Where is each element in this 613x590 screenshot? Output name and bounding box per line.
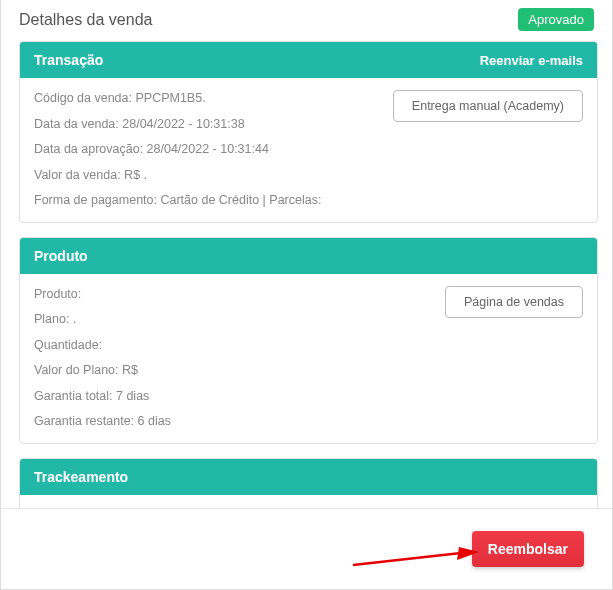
resend-emails-link[interactable]: Reenviar e-mails [480, 53, 583, 68]
modal-header: Detalhes da venda Aprovado [1, 0, 612, 41]
product-card-body: Página de vendas Produto: Plano: . Quant… [20, 274, 597, 443]
transaction-header-label: Transação [34, 52, 103, 68]
approval-date-row: Data da aprovação: 28/04/2022 - 10:31:44 [34, 141, 583, 159]
product-card: Produto Página de vendas Produto: Plano:… [19, 237, 598, 444]
total-warranty-row: Garantia total: 7 dias [34, 388, 583, 406]
transaction-card-body: Entrega manual (Academy) Código da venda… [20, 78, 597, 222]
remaining-warranty-row: Garantia restante: 6 dias [34, 413, 583, 431]
transaction-card-header: Transação Reenviar e-mails [20, 42, 597, 78]
status-badge: Aprovado [518, 8, 594, 31]
sale-value-row: Valor da venda: R$ . [34, 167, 583, 185]
transaction-card: Transação Reenviar e-mails Entrega manua… [19, 41, 598, 223]
refund-button[interactable]: Reembolsar [472, 531, 584, 567]
sales-page-button[interactable]: Página de vendas [445, 286, 583, 318]
plan-value-row: Valor do Plano: R$ [34, 362, 583, 380]
tracking-card-body: src: utm_source: utm_medium: [20, 495, 597, 509]
tracking-card-header: Trackeamento [20, 459, 597, 495]
tracking-card: Trackeamento src: utm_source: utm_medium… [19, 458, 598, 509]
svg-line-0 [353, 553, 461, 565]
arrow-annotation-icon [351, 547, 481, 571]
quantity-row: Quantidade: [34, 337, 583, 355]
payment-method-row: Forma de pagamento: Cartão de Crédito | … [34, 192, 583, 210]
manual-delivery-button[interactable]: Entrega manual (Academy) [393, 90, 583, 122]
sale-details-modal: Detalhes da venda Aprovado Transação Ree… [0, 0, 613, 590]
page-title: Detalhes da venda [19, 11, 152, 29]
modal-footer: Reembolsar [1, 508, 612, 589]
tracking-header-label: Trackeamento [34, 469, 128, 485]
modal-body[interactable]: Transação Reenviar e-mails Entrega manua… [1, 41, 612, 508]
product-header-label: Produto [34, 248, 88, 264]
product-card-header: Produto [20, 238, 597, 274]
